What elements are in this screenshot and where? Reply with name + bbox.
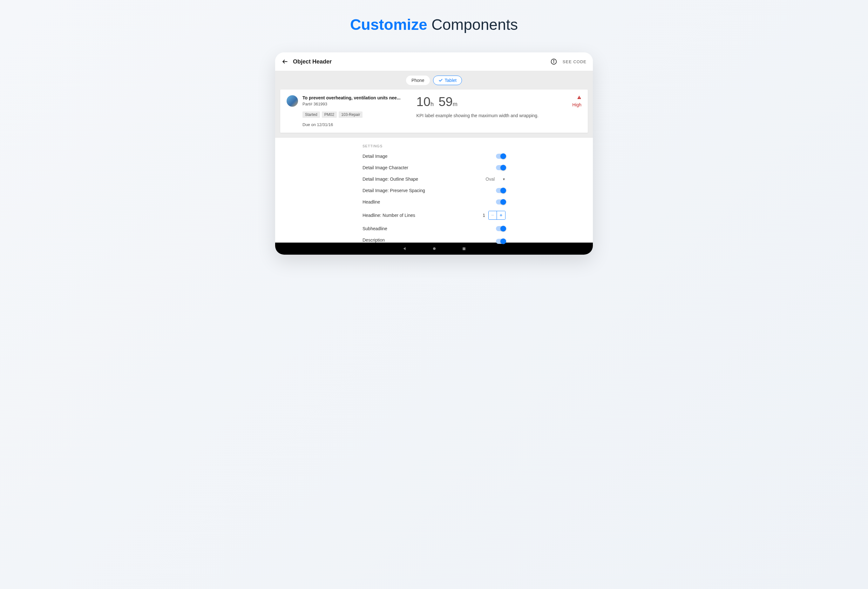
toggle-preserve-spacing[interactable] — [496, 188, 505, 193]
settings-heading: SETTINGS — [363, 144, 505, 148]
setting-headline: Headline — [363, 196, 505, 208]
card-right: High — [562, 95, 582, 127]
setting-label: Detail Image: Outline Shape — [363, 177, 418, 182]
svg-rect-5 — [579, 98, 579, 99]
toggle-detail-image-character[interactable] — [496, 165, 505, 170]
setting-detail-image: Detail Image — [363, 150, 505, 162]
detail-image — [286, 95, 298, 107]
object-header-card: To prevent overheating, ventilation unit… — [280, 90, 588, 133]
toggle-subheadline[interactable] — [496, 226, 505, 231]
setting-label: Headline: Number of Lines — [363, 213, 415, 218]
tag: PM02 — [322, 112, 337, 118]
warning-icon — [562, 95, 582, 101]
svg-point-6 — [433, 247, 435, 250]
card-center: 10h 59m KPI label example showing the ma… — [416, 95, 546, 127]
toggle-detail-image[interactable] — [496, 154, 505, 159]
tab-phone[interactable]: Phone — [406, 75, 430, 85]
info-icon[interactable] — [551, 59, 557, 65]
see-code-button[interactable]: SEE CODE — [563, 59, 586, 64]
headline-text: To prevent overheating, ventilation unit… — [303, 95, 401, 100]
back-arrow-icon[interactable] — [282, 58, 288, 65]
setting-label: Description — [363, 237, 385, 243]
android-nav-bar — [275, 243, 593, 255]
tag-row: Started PM02 103-Repair — [303, 112, 401, 118]
app-header: Object Header SEE CODE — [275, 52, 593, 71]
tablet-frame: Object Header SEE CODE Phone Tablet To p… — [275, 52, 593, 255]
svg-point-3 — [554, 60, 554, 60]
tab-tablet[interactable]: Tablet — [433, 75, 462, 85]
setting-description: Description — [363, 234, 505, 243]
card-left: To prevent overheating, ventilation unit… — [286, 95, 401, 127]
setting-label: Subheadline — [363, 226, 387, 231]
setting-outline-shape: Detail Image: Outline Shape Oval ▼ — [363, 173, 505, 185]
stepper-decrement-button[interactable]: − — [489, 211, 497, 219]
dropdown-outline-shape[interactable]: Oval ▼ — [486, 177, 505, 182]
kpi-minutes-unit: m — [453, 101, 458, 107]
page-title-accent: Customize — [350, 16, 427, 33]
tab-tablet-label: Tablet — [445, 78, 456, 83]
kpi-hours: 10 — [416, 95, 431, 109]
nav-home-icon[interactable] — [432, 246, 437, 251]
setting-preserve-spacing: Detail Image: Preserve Spacing — [363, 185, 505, 196]
nav-recent-icon[interactable] — [462, 247, 466, 251]
device-tabs: Phone Tablet — [275, 71, 593, 90]
page-title: Customize Components — [350, 16, 518, 33]
stepper-increment-button[interactable]: + — [497, 211, 505, 219]
kpi-hours-unit: h — [431, 101, 434, 107]
tab-phone-label: Phone — [412, 78, 424, 83]
stepper-headline-lines: 1 − + — [483, 211, 505, 220]
preview-area: To prevent overheating, ventilation unit… — [275, 90, 593, 138]
svg-rect-4 — [579, 97, 579, 98]
setting-subheadline: Subheadline — [363, 223, 505, 234]
page-title-rest: Components — [431, 16, 518, 33]
setting-detail-image-character: Detail Image Character — [363, 162, 505, 173]
dropdown-value: Oval — [486, 177, 495, 182]
svg-rect-7 — [463, 247, 465, 250]
kpi-minutes: 59 — [438, 95, 453, 109]
due-date: Due on 12/31/16 — [303, 122, 401, 127]
card-info: To prevent overheating, ventilation unit… — [303, 95, 401, 127]
toggle-description[interactable] — [496, 239, 505, 244]
tag: 103-Repair — [339, 112, 363, 118]
chevron-down-icon: ▼ — [502, 178, 505, 181]
status-badge: High — [562, 102, 582, 107]
setting-label: Detail Image Character — [363, 165, 408, 170]
stepper-value: 1 — [483, 213, 485, 218]
kpi-value: 10h 59m — [416, 95, 546, 108]
settings-panel: SETTINGS Detail Image Detail Image Chara… — [275, 138, 593, 243]
subheadline-text: Part# 361993 — [303, 102, 401, 106]
setting-label: Headline — [363, 199, 380, 205]
checkmark-icon — [438, 78, 443, 82]
nav-back-icon[interactable] — [402, 246, 407, 251]
setting-label: Detail Image — [363, 154, 388, 159]
app-header-title: Object Header — [293, 59, 332, 65]
setting-headline-lines: Headline: Number of Lines 1 − + — [363, 208, 505, 223]
kpi-label: KPI label example showing the maximum wi… — [416, 113, 546, 118]
tag: Started — [303, 112, 320, 118]
toggle-headline[interactable] — [496, 199, 505, 205]
setting-label: Detail Image: Preserve Spacing — [363, 188, 425, 193]
